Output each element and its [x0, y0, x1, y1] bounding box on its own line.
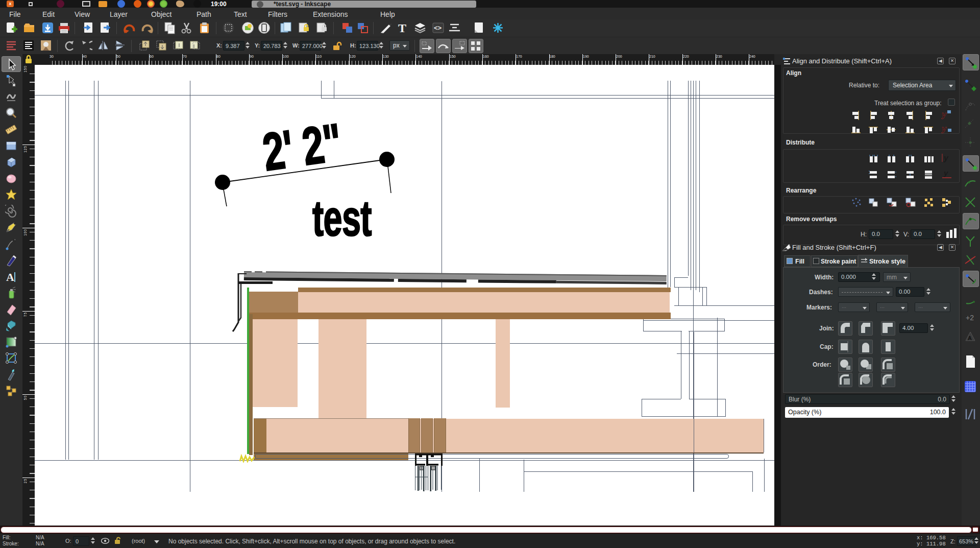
- svg-text:T: T: [398, 21, 406, 35]
- svg-text:A: A: [968, 335, 972, 341]
- svg-text:y: y: [941, 125, 947, 133]
- svg-text:+2: +2: [966, 314, 974, 322]
- svg-text:y: y: [943, 154, 949, 162]
- svg-text:y: y: [941, 110, 947, 119]
- svg-text:A: A: [6, 271, 14, 283]
- svg-text:y: y: [943, 169, 948, 177]
- svg-text:<>: <>: [434, 24, 442, 32]
